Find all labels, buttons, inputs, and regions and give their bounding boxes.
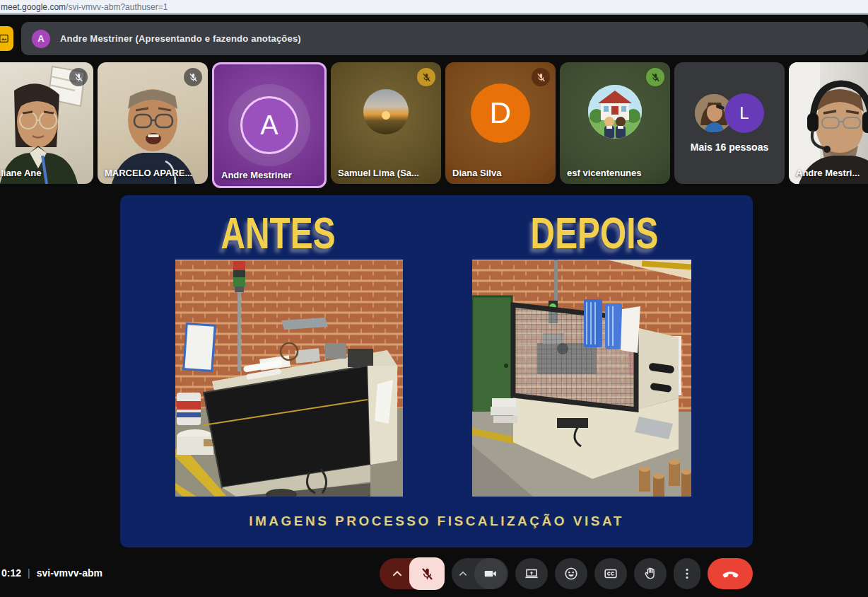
participant-tile-samuel-lima[interactable]: Samuel Lima (Sa... [331, 62, 441, 184]
captions-button[interactable] [594, 558, 627, 589]
mic-muted-indicator [69, 68, 88, 86]
participant-tile-andre-camera[interactable]: Andre Mestri... [789, 62, 868, 184]
participant-name: Juliane Ane [0, 168, 41, 178]
annotation-tool-icon[interactable] [0, 26, 13, 51]
participant-name: MARCELO APARE... [105, 168, 192, 178]
cc-icon [603, 566, 618, 581]
slide-caption: IMAGENS PROCESSO FISCALIZAÇÃO VISAT [120, 514, 753, 529]
avatar-letter: A [240, 96, 298, 154]
overflow-count-label: Mais 16 pessoas [691, 141, 769, 153]
photo-avatar-sunset [363, 89, 409, 134]
participant-tile-esf-vicentenunes[interactable]: esf vicentenunes [560, 62, 670, 184]
separator: | [21, 567, 37, 579]
mic-control-group [380, 557, 445, 590]
mic-muted-indicator [417, 68, 435, 86]
presenting-notification: A Andre Mestriner (Apresentando e fazend… [21, 22, 868, 55]
reactions-button[interactable] [555, 558, 587, 589]
page-url: meet.google.com/svi-vmvv-abm?authuser=1 [0, 2, 168, 12]
slide-title-depois: DEPOIS [449, 207, 740, 258]
videocam-icon [483, 566, 498, 581]
dots-icon [679, 566, 695, 581]
hand-icon [643, 566, 658, 581]
participant-name: Andre Mestriner [221, 170, 292, 180]
google-meet-window: meet.google.com/svi-vmvv-abm?authuser=1 … [0, 0, 868, 597]
end-call-button[interactable] [708, 558, 753, 589]
mic-toggle-button-muted[interactable] [409, 557, 445, 590]
present-screen-button[interactable] [515, 558, 548, 589]
call-controls [380, 557, 753, 590]
mic-off-icon [188, 72, 199, 83]
slide-title-antes: ANTES [133, 207, 423, 258]
photo-avatar-school-illustration [588, 85, 642, 139]
participants-filmstrip: Juliane Ane MARCELO APARE... [0, 62, 868, 188]
presenting-message: Andre Mestriner (Apresentando e fazendo … [60, 33, 301, 44]
letter-avatar: D [471, 83, 530, 143]
more-options-button[interactable] [674, 558, 700, 589]
mic-off-icon [74, 72, 84, 83]
elapsed-time: 0:12 [1, 567, 21, 579]
mic-off-icon [421, 72, 432, 83]
participant-name: esf vicentenunes [567, 168, 642, 178]
meeting-code: svi-vmvv-abm [37, 567, 102, 579]
overflow-participants-tile[interactable]: L Mais 16 pessoas [674, 62, 785, 184]
letter-avatar: L [725, 93, 764, 133]
participant-tile-andre-mestriner-presenting[interactable]: A Andre Mestriner [212, 62, 327, 188]
present-icon [524, 566, 539, 581]
photo-before [175, 260, 403, 497]
participant-tile-diana-silva[interactable]: D Diana Silva [445, 62, 556, 184]
browser-address-bar[interactable]: meet.google.com/svi-vmvv-abm?authuser=1 [0, 0, 868, 15]
camera-control-group [452, 558, 508, 589]
chevron-up-icon [389, 566, 405, 581]
participant-tile-juliane-ane[interactable]: Juliane Ane [0, 62, 93, 184]
participant-name: Samuel Lima (Sa... [338, 168, 419, 178]
letter-avatar: A [214, 64, 324, 186]
participant-tile-marcelo[interactable]: MARCELO APARE... [98, 62, 208, 184]
raise-hand-button[interactable] [634, 558, 667, 589]
chevron-up-icon [457, 567, 469, 580]
mic-off-icon [420, 567, 435, 581]
participant-video-placeholder [789, 62, 868, 184]
meeting-info: 0:12 | svi-vmvv-abm [1, 567, 102, 579]
camera-options-button[interactable] [452, 558, 474, 589]
participant-name: Diana Silva [452, 168, 501, 178]
emoji-icon [563, 566, 579, 581]
mic-muted-indicator [184, 68, 202, 86]
camera-toggle-button[interactable] [474, 558, 507, 589]
url-host: meet.google.com [1, 2, 66, 12]
url-path: /svi-vmvv-abm?authuser=1 [66, 2, 168, 12]
presented-slide: ANTES DEPOIS [120, 195, 753, 547]
mic-muted-indicator [646, 68, 664, 86]
photo-after [472, 260, 691, 497]
mic-muted-indicator [532, 68, 550, 86]
image-icon [0, 33, 10, 45]
mic-off-icon [650, 72, 661, 83]
mic-off-icon [536, 72, 546, 83]
avatar: A [32, 30, 50, 48]
call-end-icon [721, 564, 740, 584]
participant-name: Andre Mestri... [796, 168, 860, 178]
